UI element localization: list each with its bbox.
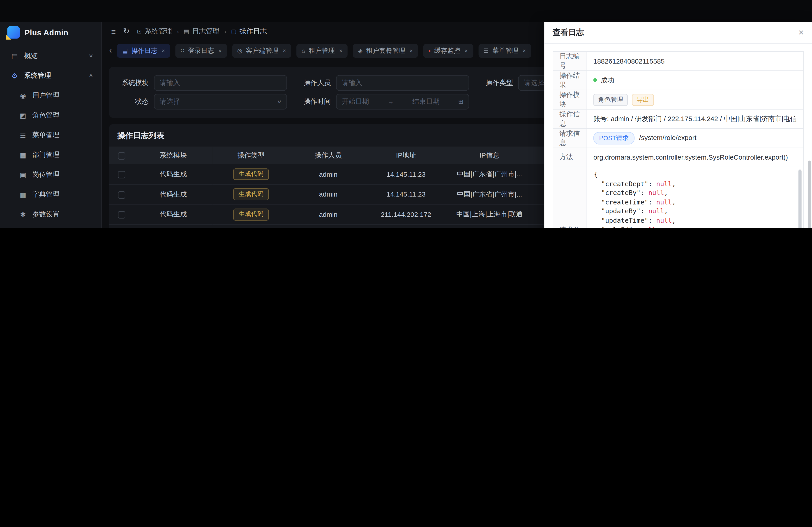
select-all-header xyxy=(109,147,134,164)
logo-icon xyxy=(7,26,20,39)
tab-label: 租户管理 xyxy=(309,46,335,55)
settings-icon: ⚙ xyxy=(10,72,19,79)
tab-login-log[interactable]: ∷登录日志× xyxy=(175,44,227,58)
select-all-checkbox[interactable] xyxy=(118,152,125,160)
tab-client-management[interactable]: ◎客户端管理× xyxy=(232,44,291,58)
code-line: { xyxy=(594,170,796,179)
sidebar-item-menu-management[interactable]: ☰菜单管理 xyxy=(3,125,98,145)
tab-cache-monitor[interactable]: ▪缓存监控× xyxy=(423,44,473,58)
hamburger-icon[interactable]: ≡ xyxy=(111,27,116,35)
ip-cell: 183.94.172.164 xyxy=(367,225,445,228)
log-detail-table: 日志编号 1882612840802115585 操作结果 成功 操作模块 角色… xyxy=(553,51,804,228)
package-icon: ◈ xyxy=(358,47,363,54)
tab-menu-management[interactable]: ☰菜单管理× xyxy=(478,44,531,58)
type-badge: 生成代码 xyxy=(233,168,269,180)
sidebar-item-label: 参数设置 xyxy=(32,210,93,219)
date-range-input[interactable]: 开始日期→结束日期⊞ xyxy=(336,94,469,109)
tab-label: 操作日志 xyxy=(131,46,157,55)
code-line: "updateTime": null, xyxy=(594,216,796,225)
field-request: 请求信息 POST请求/system/role/export xyxy=(553,129,803,148)
close-icon[interactable]: × xyxy=(162,48,165,54)
code-line: "createDept": null, xyxy=(594,179,796,189)
view-log-drawer: 查看日志 × 日志编号 1882612840802115585 操作结果 成功 … xyxy=(544,22,812,228)
close-icon[interactable]: × xyxy=(523,48,526,54)
sidebar-menu: ▤概览∨ ⚙系统管理∧ ◉用户管理 ◩角色管理 ☰菜单管理 ▦部门管理 ▣岗位管… xyxy=(0,43,101,228)
field-value: 账号: admin / 研发部门 / 222.175.114.242 / 中国|… xyxy=(587,109,803,129)
operator-cell: admin xyxy=(290,164,367,184)
scrollbar-thumb[interactable] xyxy=(798,169,802,228)
drawer-body: 日志编号 1882612840802115585 操作结果 成功 操作模块 角色… xyxy=(544,44,812,228)
request-params-code[interactable]: { "createDept": null, "createBy": null, … xyxy=(587,166,803,228)
column-header: IP信息 xyxy=(445,147,534,164)
row-checkbox[interactable] xyxy=(118,211,125,219)
field-value: org.dromara.system.controller.system.Sys… xyxy=(587,148,803,166)
chevron-up-icon: ∧ xyxy=(89,73,94,78)
client-icon: ◎ xyxy=(237,47,242,54)
close-icon[interactable]: × xyxy=(410,48,413,54)
field-info: 操作信息 账号: admin / 研发部门 / 222.175.114.242 … xyxy=(553,109,803,129)
field-label: 操作模块 xyxy=(553,90,587,109)
tab-label: 登录日志 xyxy=(188,46,214,55)
app-window: Plus Admin ▤概览∨ ⚙系统管理∧ ◉用户管理 ◩角色管理 ☰菜单管理… xyxy=(0,22,812,228)
operator-cell: admin xyxy=(290,205,367,225)
drawer-title: 查看日志 xyxy=(553,28,584,37)
row-checkbox[interactable] xyxy=(118,171,125,178)
close-icon[interactable]: × xyxy=(282,48,286,54)
dict-icon: ▥ xyxy=(19,191,27,199)
module-input[interactable]: 请输入 xyxy=(154,75,287,91)
operator-cell: admin xyxy=(290,184,367,205)
operation-log-icon: ▢ xyxy=(231,28,236,35)
sidebar-item-label: 岗位管理 xyxy=(32,170,93,179)
code-line: "roleId": null, xyxy=(594,225,796,228)
sidebar-item-param-settings[interactable]: ✱参数设置 xyxy=(3,205,98,224)
sidebar: Plus Admin ▤概览∨ ⚙系统管理∧ ◉用户管理 ◩角色管理 ☰菜单管理… xyxy=(0,22,102,228)
dept-icon: ▦ xyxy=(19,151,27,159)
sidebar-item-label: 字典管理 xyxy=(32,190,93,199)
column-header: IP地址 xyxy=(367,147,445,164)
tab-operation-log[interactable]: ▤操作日志× xyxy=(117,44,170,58)
operator-input[interactable]: 请输入 xyxy=(336,75,469,91)
drawer-scrollbar-thumb[interactable] xyxy=(808,161,811,228)
breadcrumb-item[interactable]: ▤日志管理 xyxy=(184,27,219,36)
close-icon[interactable]: × xyxy=(218,48,221,54)
sidebar-item-label: 部门管理 xyxy=(32,150,93,160)
logo: Plus Admin xyxy=(0,22,101,43)
placeholder: 请输入 xyxy=(160,78,180,88)
column-header: 操作人员 xyxy=(290,147,367,164)
close-icon[interactable]: × xyxy=(798,27,804,37)
field-module: 操作模块 角色管理导出 xyxy=(553,90,803,109)
placeholder: 请选择 xyxy=(160,97,180,106)
tab-tenant-management[interactable]: ⌂租户管理× xyxy=(296,44,348,58)
status-select[interactable]: 请选择∨ xyxy=(154,94,287,109)
post-method-tag: POST请求 xyxy=(593,132,635,145)
sidebar-item-dict-management[interactable]: ▥字典管理 xyxy=(3,185,98,205)
close-icon[interactable]: × xyxy=(464,48,468,54)
sidebar-item-overview[interactable]: ▤概览∨ xyxy=(3,46,98,66)
refresh-icon[interactable]: ↻ xyxy=(123,27,129,36)
menu-icon: ☰ xyxy=(483,47,489,54)
field-label: 操作信息 xyxy=(553,109,587,129)
post-icon: ▣ xyxy=(19,171,27,179)
sidebar-item-role-management[interactable]: ◩角色管理 xyxy=(3,105,98,125)
row-checkbox[interactable] xyxy=(118,191,125,198)
sidebar-item-post-management[interactable]: ▣岗位管理 xyxy=(3,165,98,185)
code-line: "createTime": null, xyxy=(594,197,796,207)
type-badge: 生成代码 xyxy=(233,189,269,200)
sidebar-item-label: 系统管理 xyxy=(24,71,84,80)
app-title: Plus Admin xyxy=(25,28,68,37)
tenant-icon: ⌂ xyxy=(302,48,305,54)
sidebar-item-notice[interactable]: ✉通知公告 xyxy=(3,224,98,228)
operator-cell: admin xyxy=(290,225,367,228)
sidebar-item-user-management[interactable]: ◉用户管理 xyxy=(3,86,98,105)
tab-label: 菜单管理 xyxy=(492,46,519,55)
result-value: 成功 xyxy=(601,76,614,84)
tabs-back-icon[interactable]: ‹ xyxy=(109,46,112,56)
close-icon[interactable]: × xyxy=(339,48,343,54)
code-line: "createBy": null, xyxy=(594,189,796,198)
breadcrumb-item[interactable]: ⊡系统管理 xyxy=(137,27,172,36)
breadcrumb-separator: › xyxy=(177,27,179,35)
sidebar-item-dept-management[interactable]: ▦部门管理 xyxy=(3,145,98,165)
tab-tenant-package[interactable]: ◈租户套餐管理× xyxy=(353,44,418,58)
field-label: 方法 xyxy=(553,148,587,166)
sidebar-item-system-management[interactable]: ⚙系统管理∧ xyxy=(3,66,98,86)
